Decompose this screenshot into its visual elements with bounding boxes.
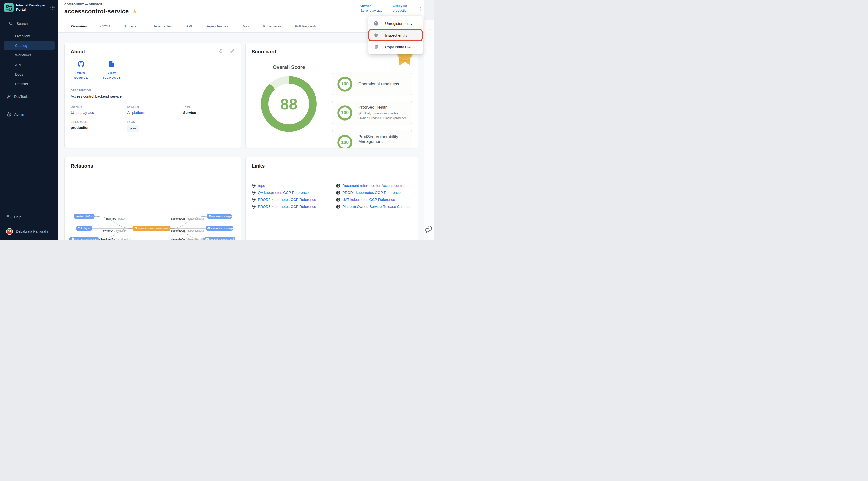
- lifecycle-label: Lifecycle: [393, 4, 408, 7]
- owner-label: Owner: [361, 4, 382, 7]
- user-name: Debabrata Panigrahi: [16, 229, 48, 233]
- edge-label: hasPart/partOf: [106, 217, 125, 220]
- user-profile[interactable]: DP Debabrata Panigrahi: [0, 226, 58, 237]
- favorite-star-icon[interactable]: ★: [132, 8, 137, 14]
- sidebar-item-label: API: [15, 63, 21, 67]
- menu-item-label: Unregister entity: [385, 21, 412, 26]
- sidebar-item-register[interactable]: Register: [3, 79, 55, 88]
- score-title: ProdSec-Vulnerability Management: [359, 134, 408, 144]
- tab-docs[interactable]: Docs: [235, 21, 256, 32]
- portal-logo-icon: [4, 3, 13, 12]
- relation-node-system-platform[interactable]: system:platform: [73, 214, 95, 219]
- sidebar-item-workflows[interactable]: Workflows: [3, 51, 55, 60]
- menu-item-unregister-entity[interactable]: Unregister entity: [368, 18, 423, 29]
- tab-kubernetes[interactable]: Kubernetes: [256, 21, 288, 32]
- menu-item-copy-entity-url[interactable]: Copy entity URL: [368, 41, 423, 53]
- sidebar-item-label: Workflows: [15, 53, 31, 57]
- edge-label: dependsOn/dependencyOf: [171, 229, 204, 232]
- more-options-kebab-icon[interactable]: [418, 5, 424, 12]
- sidebar-header: Internal Developer Portal: [0, 0, 58, 14]
- chat-support-icon[interactable]: [425, 225, 433, 235]
- edit-pencil-icon[interactable]: [230, 49, 235, 54]
- sidebar-item-label: Docs: [15, 72, 23, 76]
- view-source-link[interactable]: VIEW SOURCE: [69, 61, 93, 80]
- sidebar-item-help[interactable]: ? Help: [0, 213, 58, 221]
- tab-pull-requests[interactable]: Pull Requests: [288, 21, 323, 32]
- svg-text:system:platform: system:platform: [76, 215, 94, 218]
- owner-link[interactable]: pl-play-acc: [361, 8, 382, 12]
- menu-item-inspect-entity[interactable]: Inspect entity: [369, 30, 422, 40]
- owner-field-label: OWNER: [70, 105, 127, 108]
- tab-cicd[interactable]: CI/CD: [93, 21, 117, 32]
- link-prod2-kubernetes[interactable]: PROD2 kubernetes GCP Reference: [252, 196, 336, 203]
- tab-scorecard[interactable]: Scorecard: [117, 21, 147, 32]
- overall-score-label: Overall Score: [252, 64, 326, 70]
- sidebar-item-docs[interactable]: Docs: [3, 70, 55, 79]
- relation-node-component-platform-service[interactable]: component:platform-service: [204, 237, 236, 241]
- svg-text:component:ng-manager: component:ng-manager: [207, 227, 234, 230]
- entity-kind-breadcrumb: COMPONENT — SERVICE: [64, 3, 102, 6]
- sidebar-item-devtools[interactable]: DevTools: [0, 92, 58, 101]
- relation-node-pl-play-acc[interactable]: pl-play-acc: [76, 226, 92, 231]
- link-prod1-kubernetes[interactable]: PROD1 kubernetes GCP Reference: [336, 189, 412, 196]
- globe-icon: [336, 204, 340, 209]
- copy-icon: [373, 45, 379, 50]
- sidebar-item-label: Search: [17, 22, 28, 26]
- relation-node-api-accesscontrol-service[interactable]: api:accesscontrol-service: [69, 237, 101, 241]
- relations-graph: hasPart/partOf ownerOf/ownedBy apiProvid…: [65, 209, 241, 241]
- group-icon: [70, 111, 74, 114]
- brand-title: Internal Developer Portal: [16, 3, 46, 12]
- relation-node-component-ng-manager[interactable]: component:ng-manager: [206, 226, 234, 231]
- svg-text:pl-play-acc: pl-play-acc: [80, 227, 92, 230]
- sidebar-divider: [11, 30, 44, 30]
- tab-dependencies[interactable]: Dependencies: [199, 21, 235, 32]
- scorecard-item-operational-readiness[interactable]: 100 Operational readiness: [332, 72, 412, 96]
- link-uat-kubernetes[interactable]: UAT kubernetes GCP Reference: [336, 196, 412, 203]
- scorecard-card: Scorecard Overall Score 88: [245, 43, 418, 148]
- tab-overview[interactable]: Overview: [64, 21, 93, 32]
- owner-meta: Owner pl-play-acc: [361, 4, 382, 12]
- about-card-title: About: [70, 49, 235, 55]
- relation-node-component-manager[interactable]: component:manager: [207, 214, 232, 219]
- description-value: Access control backend service: [70, 94, 235, 98]
- sidebar-item-label: DevTools: [14, 95, 29, 99]
- sidebar-item-search[interactable]: Search: [0, 19, 58, 28]
- system-field-link[interactable]: platform: [127, 111, 183, 115]
- lifecycle-field-value: production: [70, 126, 127, 130]
- scrollbar-thumb[interactable]: [425, 0, 434, 20]
- tab-jenkins-test[interactable]: Jenkins Test: [147, 21, 180, 32]
- svg-text:component:platform-service: component:platform-service: [205, 238, 236, 241]
- view-techdocs-link[interactable]: VIEW TECHDOCS: [100, 61, 123, 80]
- sidebar-item-api[interactable]: API: [3, 60, 55, 69]
- link-repo[interactable]: repo: [252, 182, 336, 189]
- relations-card: Relations hasPart/partOf ownerOf/ownedBy…: [64, 157, 241, 241]
- globe-icon: [336, 198, 340, 201]
- sidebar-item-admin[interactable]: Admin: [0, 110, 58, 119]
- apps-grid-icon[interactable]: [50, 5, 55, 10]
- refresh-icon[interactable]: [218, 49, 223, 54]
- about-card: About: [64, 43, 241, 148]
- link-prod3-kubernetes[interactable]: PROD3 kubernetes GCP Reference: [252, 203, 336, 210]
- scorecard-item-prodsec-health[interactable]: 100 ProdSec Health Q4 Goal, mission impo…: [332, 101, 412, 125]
- link-label: Platform Owned Service Release Calendar: [342, 204, 412, 209]
- link-document-reference[interactable]: Document reference for Access-control: [336, 182, 412, 189]
- relation-node-accesscontrol-service[interactable]: component:accesscontrol-service: [132, 226, 170, 231]
- tab-api[interactable]: API: [180, 21, 199, 32]
- link-label: PROD3 kubernetes GCP Reference: [258, 204, 316, 209]
- edge-label: apiProvidedBy/providesApi: [97, 238, 130, 241]
- score-value: 100: [337, 76, 353, 92]
- svg-text:?: ?: [7, 215, 8, 217]
- sidebar-item-overview[interactable]: Overview: [3, 32, 55, 41]
- techdocs-icon: [109, 61, 115, 67]
- link-release-calendar[interactable]: Platform Owned Service Release Calendar: [336, 203, 412, 210]
- scorecard-item-prodsec-vulnerability[interactable]: 100 ProdSec-Vulnerability Management: [332, 130, 412, 148]
- help-chat-icon: ?: [6, 215, 11, 220]
- links-card-title: Links: [252, 163, 412, 169]
- scrollbar-gutter: [424, 0, 434, 241]
- owner-field-link[interactable]: pl-play-acc: [70, 111, 127, 115]
- svg-text:component:accesscontrol-servic: component:accesscontrol-service: [135, 227, 170, 230]
- link-qa-kubernetes[interactable]: QA kubernetes GCP Reference: [252, 189, 336, 196]
- globe-icon: [252, 204, 256, 209]
- sidebar-item-catalog[interactable]: Catalog: [3, 41, 55, 50]
- system-icon: [127, 111, 130, 115]
